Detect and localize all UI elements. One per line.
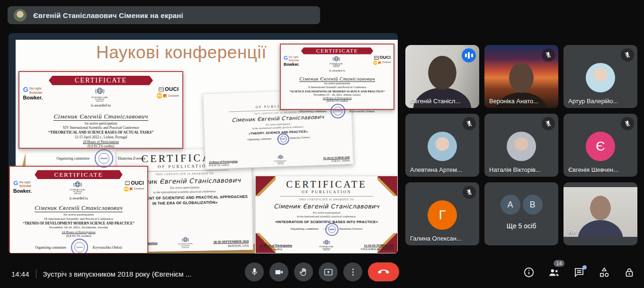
certificate-integration: CERTIFICATE OF PUBLICATION THIS CERTIFIC…: [255, 176, 398, 253]
participant-name: Алевтина Артем...: [410, 166, 462, 173]
ouci-doi-crossref-logo: OUCI doi Crossref: [157, 87, 179, 99]
mic-off-icon: [621, 117, 634, 130]
google-scholar-bowker-logo: G Google Scholar Bowker.: [284, 55, 299, 67]
stamp: [277, 133, 290, 145]
conference-title: “TRENDS OF DEVELOPMENT MODERN SCIENCE AN…: [10, 221, 147, 225]
isg-logo: INTERNATIONAL SCIENCE GROUP: [91, 87, 108, 102]
mic-off-icon: [542, 117, 555, 130]
isg-logo: INTERNATIONAL SCIENCE GROUP: [178, 236, 194, 249]
mic-button[interactable]: [245, 262, 264, 281]
overflow-tile-more-people[interactable]: A B Ще 5 осіб: [484, 182, 558, 245]
mic-icon: [250, 267, 259, 277]
meeting-title: Зустріч з випускником 2018 року (Євгеніє…: [43, 270, 192, 278]
certificate-heading: CERTIFICATE: [35, 170, 123, 179]
divider: [36, 270, 36, 278]
participant-name: Євгеній Станісл...: [410, 98, 460, 105]
certificate-lisbon: CERTIFICATE G Google Scholar Bowker. INT…: [18, 71, 183, 149]
certificate-heading: CERTIFICATE: [301, 47, 373, 54]
screen-share-tile[interactable]: Наукові конференції CERTIFICATE OF PUBLI…: [9, 33, 398, 253]
clock-time: 14:44: [11, 270, 29, 278]
stamp: [325, 223, 339, 236]
awarded-label: THIS CERTIFICATE IS AWARDED TO: [256, 198, 397, 201]
participant-name: Наталія Вікторів...: [489, 166, 541, 173]
isg-logo: INTERNATIONAL SCIENCE GROUP: [274, 154, 287, 165]
participant-name: Галина Олексан...: [410, 235, 462, 242]
presentation-slide: Наукові конференції CERTIFICATE OF PUBLI…: [16, 40, 398, 253]
end-call-button[interactable]: [368, 262, 399, 281]
camera-icon: [274, 267, 284, 277]
overflow-avatar: B: [523, 195, 543, 215]
avatar: [428, 132, 457, 161]
avatar-initial: Г: [428, 200, 457, 230]
participant-tile-veronika[interactable]: Вероніка Анато...: [484, 45, 558, 108]
certificate-athens: CERTIFICATE G Google Scholar Bowker. INT…: [280, 44, 394, 110]
avatar-initial: Є: [586, 132, 615, 161]
stamp: [95, 149, 113, 168]
slide-title: Наукові конференції: [72, 43, 290, 63]
ouci-doi-crossref-logo: OUCI doi Crossref: [373, 55, 391, 65]
presenter-avatar: [14, 9, 27, 22]
chat-button[interactable]: [573, 266, 585, 279]
presenting-banner-text: Євгеній Станіславович Сіменик на екрані: [33, 11, 183, 19]
meet-window: Євгеній Станіславович Сіменик на екрані …: [0, 0, 644, 288]
participant-tile-you[interactable]: Ви: [564, 182, 637, 245]
present-screen-icon: [323, 267, 333, 277]
mic-off-icon: [621, 48, 634, 62]
participant-name: Вероніка Анато...: [489, 98, 538, 105]
activities-button[interactable]: [598, 266, 610, 279]
call-controls: [245, 262, 399, 281]
certificate-subheading: OF PUBLICATION: [256, 190, 397, 194]
participant-count-badge: 14: [554, 260, 564, 267]
awardee-name: Сіменик Євгеній Станіславович: [35, 205, 123, 212]
present-screen-button[interactable]: [319, 262, 338, 281]
unread-chat-dot: [582, 265, 587, 270]
mic-off-icon: [463, 117, 476, 130]
right-controls: 14: [523, 266, 635, 279]
presenting-banner: Євгеній Станіславович Сіменик на екрані: [8, 6, 320, 24]
meeting-info: 14:44 Зустріч з випускником 2018 року (Є…: [11, 270, 191, 278]
signature: [321, 225, 337, 232]
certificate-heading: CERTIFICATE: [49, 76, 153, 85]
isg-logo: INTERNATIONAL SCIENCE GROUP: [329, 55, 343, 68]
mic-off-icon: [542, 48, 555, 62]
avatar: [507, 132, 536, 161]
conference-title: «INTEGRATION OF SCIENTIFIC BASES INTO PR…: [258, 220, 395, 225]
participant-name: Артур Валерійо...: [568, 98, 618, 105]
overflow-label: Ще 5 осіб: [484, 222, 558, 230]
google-scholar-bowker-logo: G Google Scholar Bowker.: [13, 180, 32, 194]
end-call-icon: [378, 266, 389, 278]
activities-icon: [598, 266, 610, 279]
overflow-avatar: A: [501, 195, 520, 215]
mic-off-icon: [463, 186, 476, 199]
stamp: [331, 104, 346, 119]
participant-tile-artur[interactable]: Артур Валерійо...: [564, 45, 637, 108]
participant-tile-yevheniia[interactable]: Є Євгенія Шевчен...: [564, 114, 637, 177]
conference-title: “THEORETICAL AND SCIENCE BASES OF ACTUAL…: [19, 130, 182, 135]
participant-name: Ви: [568, 228, 576, 235]
host-controls-lock-icon: [623, 266, 635, 279]
stamp: [71, 239, 88, 253]
info-icon: [523, 266, 535, 279]
participant-name: Євгенія Шевчен...: [568, 166, 618, 173]
isg-logo: INTERNATIONAL SCIENCE GROUP: [319, 239, 334, 251]
raise-hand-icon: [299, 267, 309, 277]
participant-tile-yevhenii[interactable]: Євгеній Станісл...: [405, 45, 479, 108]
camera-button[interactable]: [269, 262, 288, 281]
participant-tile-nataliia[interactable]: Наталія Вікторів...: [484, 114, 558, 177]
raise-hand-button[interactable]: [294, 262, 313, 281]
certificate-heading: CERTIFICATE: [256, 179, 397, 189]
participant-tile-alevtyna[interactable]: Алевтина Артем...: [405, 114, 479, 177]
info-button[interactable]: [523, 266, 535, 279]
awardee-name: Сіменик Євгеній Станіславович: [299, 76, 375, 82]
speaking-indicator-icon: [462, 48, 476, 63]
participant-tile-halyna[interactable]: Г Галина Олексан...: [405, 182, 479, 245]
certificate-trends: CERTIFICATE G Google Scholar Bowker. INT…: [9, 166, 148, 253]
people-button[interactable]: 14: [548, 266, 560, 279]
conference-title: “SCIENCE FOUNDATIONS OF MODERN SCIENCE A…: [281, 90, 394, 93]
signature: [274, 135, 287, 142]
avatar: [586, 63, 615, 92]
awardee-name: Сіменик Євгеній Станіславович: [256, 203, 397, 210]
google-scholar-bowker-logo: G Google Scholar Bowker.: [23, 87, 43, 101]
more-options-button[interactable]: [343, 262, 362, 281]
host-controls-button[interactable]: [623, 266, 635, 279]
